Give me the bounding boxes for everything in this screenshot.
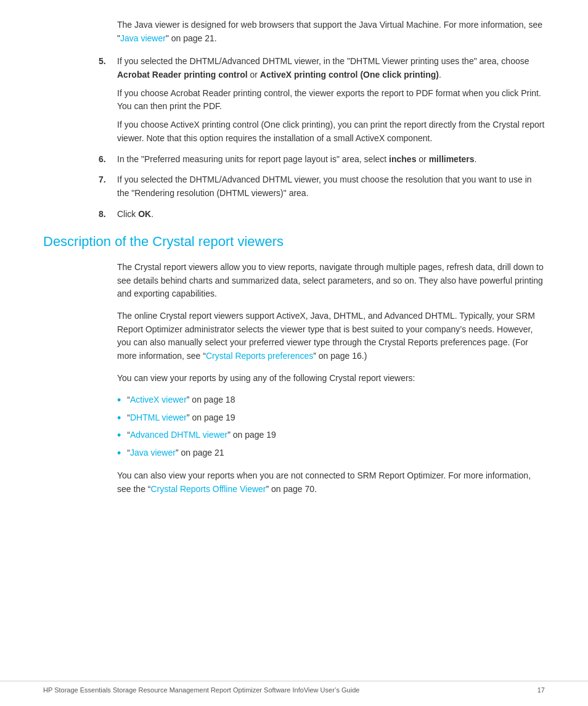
- section-para-1: The Crystal report viewers allow you to …: [117, 261, 545, 301]
- list-item-6: 6. In the "Preferred measuring units for…: [43, 153, 545, 166]
- dhtml-viewer-link[interactable]: DHTML viewer: [130, 413, 187, 422]
- list-content-5: If you selected the DHTML/Advanced DHTML…: [117, 55, 545, 145]
- bullet-dot-1: •: [117, 393, 121, 408]
- list-content-6: In the "Preferred measuring units for re…: [117, 153, 545, 166]
- list-content-7: If you selected the DHTML/Advanced DHTML…: [117, 173, 545, 200]
- footer-text: HP Storage Essentials Storage Resource M…: [43, 686, 359, 694]
- intro-text: The Java viewer is designed for web brow…: [117, 18, 545, 45]
- footer-page-number: 17: [537, 686, 545, 694]
- bullet-dot-4: •: [117, 446, 121, 461]
- numbered-list: 5. If you selected the DHTML/Advanced DH…: [43, 55, 545, 221]
- section-para-2: The online Crystal report viewers suppor…: [117, 310, 545, 363]
- crystal-reports-preferences-link[interactable]: Crystal Reports preferences: [206, 351, 313, 361]
- closing-paragraph: You can also view your reports when you …: [117, 469, 545, 496]
- list-num-8: 8.: [99, 208, 117, 221]
- bullet-dot-2: •: [117, 411, 121, 425]
- bullet-item-dhtml: • “DHTML viewer” on page 19: [117, 411, 545, 425]
- bullet-item-advanced-dhtml: • “Advanced DHTML viewer” on page 19: [117, 429, 545, 443]
- list-item-7: 7. If you selected the DHTML/Advanced DH…: [43, 173, 545, 200]
- bullet-item-java: • “Java viewer” on page 21: [117, 446, 545, 461]
- footer: HP Storage Essentials Storage Resource M…: [0, 681, 588, 694]
- java-viewer-link-2[interactable]: Java viewer: [130, 448, 176, 458]
- activex-viewer-link[interactable]: ActiveX viewer: [130, 395, 187, 404]
- bullet-item-activex: • “ActiveX viewer” on page 18: [117, 393, 545, 408]
- list-item-8: 8. Click OK.: [43, 208, 545, 221]
- page-container: The Java viewer is designed for web brow…: [0, 0, 588, 706]
- java-viewer-link[interactable]: Java viewer: [120, 33, 166, 43]
- list-item-5: 5. If you selected the DHTML/Advanced DH…: [43, 55, 545, 145]
- list-num-7: 7.: [99, 173, 117, 200]
- list-num-6: 6.: [99, 153, 117, 166]
- section-para-3: You can view your reports by using any o…: [117, 372, 545, 385]
- bullet-dot-3: •: [117, 429, 121, 443]
- crystal-reports-offline-viewer-link[interactable]: Crystal Reports Offline Viewer: [150, 484, 266, 494]
- bullet-list: • “ActiveX viewer” on page 18 • “DHTML v…: [117, 393, 545, 461]
- advanced-dhtml-viewer-link[interactable]: Advanced DHTML viewer: [130, 430, 227, 440]
- list-num-5: 5.: [99, 55, 117, 145]
- section-heading: Description of the Crystal report viewer…: [43, 233, 545, 251]
- list-content-8: Click OK.: [117, 208, 545, 221]
